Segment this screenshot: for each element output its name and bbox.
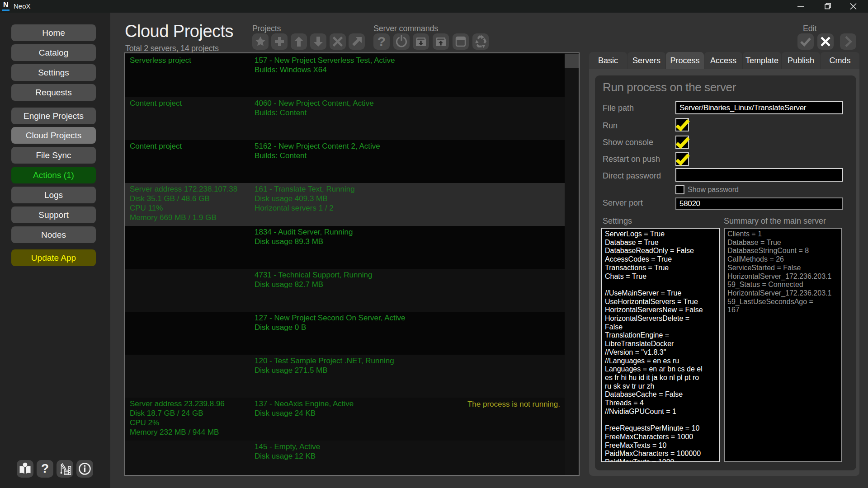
svg-text:?: ? xyxy=(41,461,49,475)
svg-text:?: ? xyxy=(377,34,386,49)
